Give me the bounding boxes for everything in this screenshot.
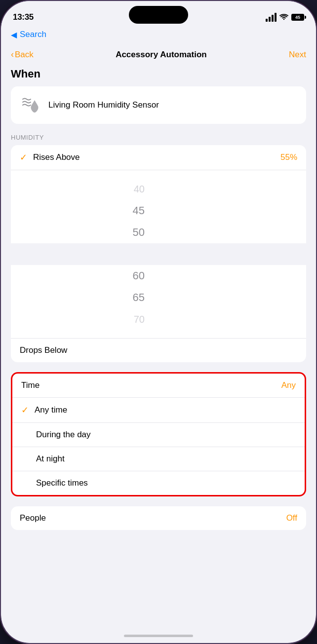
humidity-section-label: HUMIDITY <box>11 134 306 141</box>
any-time-label: Any time <box>35 405 67 415</box>
people-label: People <box>20 513 46 523</box>
rises-above-value: 55% <box>280 152 297 162</box>
chevron-left-icon: ◀ <box>11 30 17 39</box>
humidity-sensor-icon <box>20 94 41 116</box>
picker-value: 50 <box>115 226 145 239</box>
nav-header: ‹ Back Accessory Automation Next <box>1 43 316 68</box>
picker-value: 40 <box>115 184 145 195</box>
next-button[interactable]: Next <box>289 50 306 60</box>
search-back-area: ◀ Search <box>1 28 316 43</box>
rises-above-label: Rises Above <box>33 152 275 162</box>
picker-value: 45 <box>115 204 145 217</box>
search-back-label: Search <box>20 30 46 39</box>
time-label: Time <box>21 380 40 390</box>
checkmark-icon: ✓ <box>20 152 27 163</box>
time-section: Time Any ✓ Any time During the day At ni… <box>11 372 306 496</box>
people-row[interactable]: People Off <box>11 506 306 530</box>
time-option-night[interactable]: At night <box>12 447 305 471</box>
back-chevron-icon: ‹ <box>11 49 14 60</box>
status-time: 13:35 <box>13 12 34 22</box>
time-option-day[interactable]: During the day <box>12 423 305 447</box>
sensor-card[interactable]: Living Room Humidity Sensor <box>11 86 306 124</box>
phone-frame: 13:35 45 <box>0 0 317 644</box>
bottom-spacer <box>1 530 316 579</box>
phone-screen: 13:35 45 <box>1 1 316 643</box>
specific-label: Specific times <box>36 478 88 488</box>
night-label: At night <box>36 454 65 464</box>
picker-item-50[interactable]: 50 <box>11 222 306 243</box>
wifi-icon <box>279 14 288 21</box>
drops-below-row[interactable]: Drops Below <box>11 338 306 362</box>
picker-list: 40 45 50 55 <box>11 170 306 338</box>
search-back-button[interactable]: ◀ Search <box>11 30 46 39</box>
home-indicator[interactable] <box>124 635 193 637</box>
picker-unit: percent <box>153 247 202 262</box>
humidity-card: ✓ Rises Above 55% 40 4 <box>11 145 306 362</box>
back-label: Back <box>15 50 34 60</box>
scrollable-content[interactable]: ◀ Search ‹ Back Accessory Automation Nex… <box>1 28 316 643</box>
value-picker[interactable]: 40 45 50 55 <box>11 170 306 338</box>
picker-value: 55 <box>115 247 145 262</box>
picker-item-65[interactable]: 65 <box>11 287 306 308</box>
picker-item-55[interactable]: 55 percent <box>11 243 306 265</box>
time-option-specific[interactable]: Specific times <box>12 471 305 495</box>
status-icons: 45 <box>266 13 304 22</box>
dynamic-island <box>129 6 188 24</box>
picker-item-40[interactable]: 40 <box>11 178 306 200</box>
picker-item-45[interactable]: 45 <box>11 200 306 222</box>
sensor-name: Living Room Humidity Sensor <box>48 100 159 110</box>
picker-item-60[interactable]: 60 <box>11 265 306 287</box>
back-button[interactable]: ‹ Back <box>11 49 34 60</box>
picker-item-70[interactable]: 70 <box>11 308 306 330</box>
time-header: Time Any <box>12 374 305 398</box>
battery-icon: 45 <box>291 14 304 21</box>
page-title: Accessory Automation <box>116 50 207 60</box>
picker-value: 60 <box>115 269 145 282</box>
main-content: When Living Room Humidity Sensor <box>1 68 316 530</box>
picker-value: 65 <box>115 291 145 304</box>
picker-value: 70 <box>115 314 145 325</box>
day-label: During the day <box>36 430 91 440</box>
drops-below-label: Drops Below <box>20 345 67 355</box>
rises-above-row[interactable]: ✓ Rises Above 55% <box>11 145 306 170</box>
signal-icon <box>266 13 277 22</box>
when-title: When <box>11 68 306 80</box>
people-value: Off <box>286 513 297 523</box>
time-value: Any <box>281 380 296 390</box>
time-option-any[interactable]: ✓ Any time <box>12 398 305 423</box>
any-time-checkmark: ✓ <box>21 405 29 416</box>
